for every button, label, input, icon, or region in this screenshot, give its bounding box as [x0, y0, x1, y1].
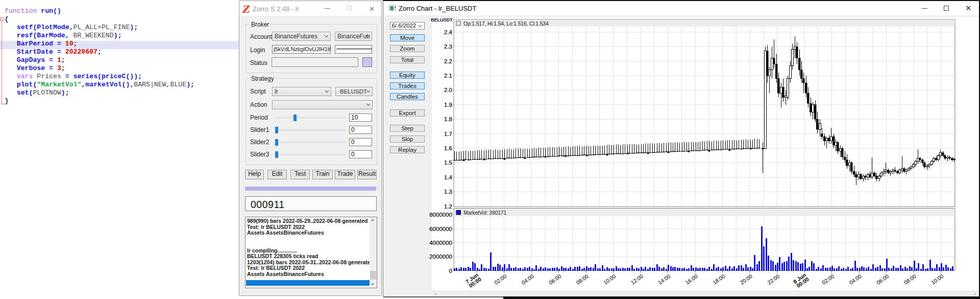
svg-text:02:00: 02:00 — [821, 273, 836, 286]
svg-text:8000000: 8000000 — [429, 212, 452, 218]
svg-text:08:00: 08:00 — [902, 273, 917, 286]
svg-text:06:00: 06:00 — [548, 273, 562, 286]
svg-text:10:00: 10:00 — [930, 273, 945, 286]
svg-text:04:00: 04:00 — [848, 273, 863, 286]
svg-text:2000000: 2000000 — [429, 254, 452, 260]
svg-text:4000000: 4000000 — [429, 240, 452, 246]
svg-text:2.3: 2.3 — [444, 43, 452, 50]
svg-text:MarketVol: 390171: MarketVol: 390171 — [463, 210, 506, 216]
svg-text:12:00: 12:00 — [629, 273, 644, 286]
svg-text:1.8: 1.8 — [444, 116, 452, 122]
svg-text:22:00: 22:00 — [766, 273, 781, 286]
svg-text:1.7: 1.7 — [444, 131, 452, 137]
svg-text:1.2: 1.2 — [444, 203, 452, 210]
svg-text:04:00: 04:00 — [520, 273, 535, 286]
svg-text:1.3: 1.3 — [444, 189, 452, 195]
svg-text:6000000: 6000000 — [429, 226, 452, 232]
svg-text:18:00: 18:00 — [712, 273, 726, 286]
svg-text:2.4: 2.4 — [444, 29, 453, 35]
svg-text:02:00: 02:00 — [493, 273, 508, 286]
svg-text:BELUSDT: BELUSDT — [431, 17, 453, 22]
svg-text:1.6: 1.6 — [444, 145, 452, 151]
svg-text:08:00: 08:00 — [575, 273, 590, 286]
svg-text:1.9: 1.9 — [444, 102, 452, 108]
svg-text:Op:1.517, Hi:1.54, Lo:1.516, C: Op:1.517, Hi:1.54, Lo:1.516, Cl:1.534 — [463, 21, 549, 27]
svg-text:06:00: 06:00 — [875, 273, 890, 286]
svg-text:2.0: 2.0 — [444, 87, 452, 93]
svg-text:16:00: 16:00 — [684, 273, 699, 286]
svg-text:10:00: 10:00 — [602, 273, 617, 286]
svg-text:2.2: 2.2 — [444, 58, 452, 64]
svg-text:20:00: 20:00 — [739, 273, 753, 286]
svg-text:2.1: 2.1 — [444, 73, 452, 79]
svg-text:1.4: 1.4 — [444, 174, 453, 180]
svg-text:1.5: 1.5 — [444, 159, 452, 166]
svg-text:14:00: 14:00 — [657, 273, 672, 286]
